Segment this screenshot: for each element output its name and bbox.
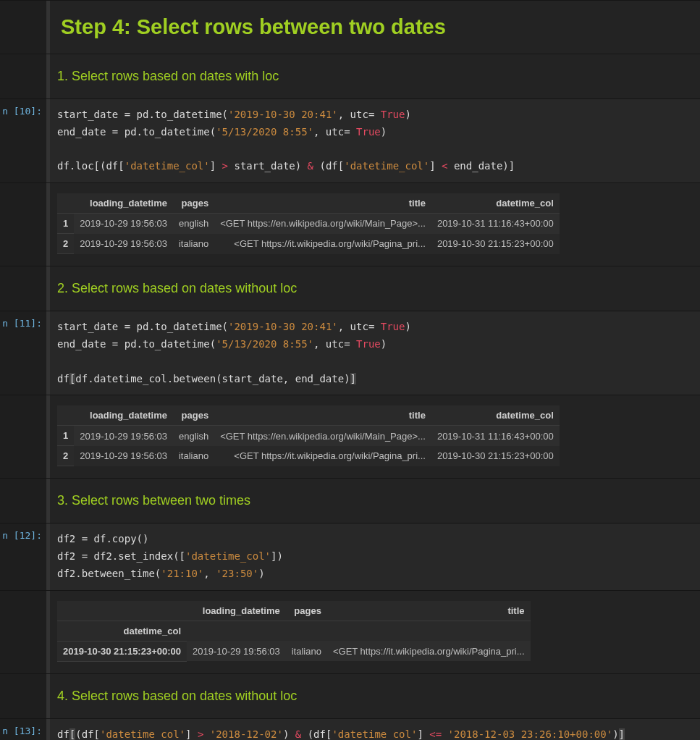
section-heading: 3. Select rows between two times	[57, 493, 693, 508]
table-header: pages	[173, 405, 214, 426]
markdown-cell-s3: 3. Select rows between two times	[0, 478, 700, 523]
section-heading: 4. Select rows based on dates without lo…	[57, 689, 693, 704]
table-header: loading_datetime	[74, 193, 173, 214]
table-cell: english	[173, 426, 214, 446]
table-row: 2019-10-30 21:15:23+00:002019-10-29 19:5…	[57, 641, 531, 661]
table-cell: 2019-10-31 11:16:43+00:00	[431, 214, 560, 234]
table-header: datetime_col	[431, 193, 560, 214]
table-header: loading_datetime	[74, 405, 173, 426]
table-cell: italiano	[173, 234, 214, 254]
table-row: 12019-10-29 19:56:03english<GET https://…	[57, 214, 560, 234]
table-header: pages	[173, 193, 214, 214]
table-header	[57, 601, 187, 621]
row-index: 2	[57, 234, 74, 254]
table-cell: 2019-10-30 21:15:23+00:00	[431, 234, 560, 254]
table-cell: 2019-10-31 11:16:43+00:00	[431, 426, 560, 446]
table-header: loading_datetime	[187, 601, 286, 621]
table-cell: 2019-10-29 19:56:03	[74, 234, 173, 254]
prompt-empty	[0, 479, 46, 523]
section-heading: 1. Select rows based on dates with loc	[57, 69, 693, 84]
table-cell: italiano	[286, 641, 327, 661]
input-prompt: n [10]:	[0, 99, 46, 182]
code-content[interactable]: df[(df['datetime_col'] > '2018-12-02') &…	[57, 726, 693, 740]
output-cell-s2: loading_datetimepagestitledatetime_col12…	[0, 395, 700, 478]
table-row: 22019-10-29 19:56:03italiano<GET https:/…	[57, 234, 560, 254]
code-content[interactable]: start_date = pd.to_datetime('2019-10-30 …	[57, 106, 693, 175]
code-content[interactable]: df2 = df.copy() df2 = df2.set_index(['da…	[57, 531, 693, 582]
section-heading: 2. Select rows based on dates without lo…	[57, 281, 693, 296]
table-cell: 2019-10-30 21:15:23+00:00	[431, 446, 560, 466]
markdown-cell-s2: 2. Select rows based on dates without lo…	[0, 266, 700, 311]
table-row: 22019-10-29 19:56:03italiano<GET https:/…	[57, 446, 560, 466]
table-row: 12019-10-29 19:56:03english<GET https://…	[57, 426, 560, 446]
table-cell: <GET https://it.wikipedia.org/wiki/Pagin…	[214, 446, 431, 466]
table-header: title	[327, 601, 531, 621]
code-cell-s2[interactable]: n [11]: start_date = pd.to_datetime('201…	[0, 311, 700, 395]
code-cell-s3[interactable]: n [12]: df2 = df.copy() df2 = df2.set_in…	[0, 523, 700, 589]
markdown-cell-s1: 1. Select rows based on dates with loc	[0, 54, 700, 98]
table-cell: 2019-10-29 19:56:03	[187, 641, 286, 661]
table-header: pages	[286, 601, 327, 621]
output-cell-s1: loading_datetimepagestitledatetime_col12…	[0, 182, 700, 266]
table-header	[57, 405, 74, 426]
dataframe-table: loading_datetimepagestitledatetime_col 2…	[57, 601, 531, 662]
table-header: title	[214, 405, 431, 426]
table-cell: 2019-10-29 19:56:03	[74, 446, 173, 466]
table-header	[57, 193, 74, 214]
code-content[interactable]: start_date = pd.to_datetime('2019-10-30 …	[57, 319, 693, 387]
output-cell-s3: loading_datetimepagestitledatetime_col 2…	[0, 590, 700, 673]
table-cell: <GET https://en.wikipedia.org/wiki/Main_…	[214, 426, 431, 446]
input-prompt: n [11]:	[0, 311, 46, 395]
row-index: 2	[57, 446, 74, 466]
table-cell: 2019-10-29 19:56:03	[74, 426, 173, 446]
table-cell: <GET https://en.wikipedia.org/wiki/Main_…	[214, 214, 431, 234]
table-cell: english	[173, 214, 214, 234]
table-cell: 2019-10-29 19:56:03	[74, 214, 173, 234]
code-cell-s4[interactable]: n [13]: df[(df['datetime_col'] > '2018-1…	[0, 718, 700, 740]
table-cell: <GET https://it.wikipedia.org/wiki/Pagin…	[214, 234, 431, 254]
table-index-name: datetime_col	[57, 621, 187, 641]
row-index: 2019-10-30 21:15:23+00:00	[57, 641, 187, 661]
code-cell-s1[interactable]: n [10]: start_date = pd.to_datetime('201…	[0, 98, 700, 182]
input-prompt: n [12]:	[0, 524, 46, 589]
markdown-cell-s4: 4. Select rows based on dates without lo…	[0, 673, 700, 718]
table-header: title	[214, 193, 431, 214]
row-index: 1	[57, 214, 74, 234]
markdown-cell-step-title: Step 4: Select rows between two dates	[0, 0, 700, 54]
step-heading: Step 4: Select rows between two dates	[61, 15, 693, 39]
table-cell: italiano	[173, 446, 214, 466]
prompt-empty	[0, 674, 46, 718]
prompt-empty	[0, 54, 46, 98]
table-header: datetime_col	[431, 405, 560, 426]
row-index: 1	[57, 426, 74, 446]
dataframe-table: loading_datetimepagestitledatetime_col12…	[57, 193, 560, 254]
prompt-empty	[0, 1, 46, 54]
table-cell: <GET https://it.wikipedia.org/wiki/Pagin…	[327, 641, 531, 661]
input-prompt: n [13]:	[0, 719, 46, 740]
dataframe-table: loading_datetimepagestitledatetime_col12…	[57, 405, 560, 466]
prompt-empty	[0, 266, 46, 311]
